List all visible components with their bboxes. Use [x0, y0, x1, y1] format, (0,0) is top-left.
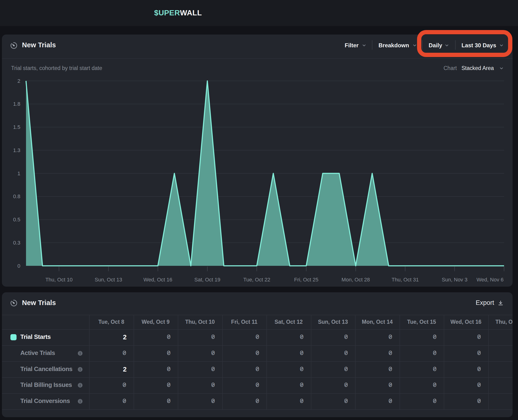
svg-text:Sat, Oct 19: Sat, Oct 19	[194, 277, 220, 283]
svg-text:Thu, Oct 10: Thu, Oct 10	[45, 277, 73, 283]
svg-text:Sun, Nov 3: Sun, Nov 3	[442, 277, 467, 283]
svg-text:Thu, Oct 31: Thu, Oct 31	[392, 277, 419, 283]
svg-text:Wed, Nov 6: Wed, Nov 6	[476, 277, 503, 283]
svg-text:1.3: 1.3	[13, 147, 20, 153]
svg-text:0.3: 0.3	[13, 240, 20, 246]
svg-text:0.5: 0.5	[13, 217, 20, 223]
svg-text:1.8: 1.8	[13, 101, 20, 107]
svg-text:Fri, Oct 25: Fri, Oct 25	[294, 277, 318, 283]
svg-text:Wed, Oct 16: Wed, Oct 16	[143, 277, 172, 283]
svg-text:Tue, Oct 22: Tue, Oct 22	[243, 277, 270, 283]
svg-text:Sun, Oct 13: Sun, Oct 13	[95, 277, 122, 283]
svg-text:1.5: 1.5	[13, 124, 20, 130]
svg-text:0.8: 0.8	[13, 194, 20, 199]
svg-text:2: 2	[17, 78, 20, 84]
svg-text:Mon, Oct 28: Mon, Oct 28	[342, 277, 370, 283]
svg-text:1: 1	[17, 171, 20, 176]
svg-text:0: 0	[17, 263, 20, 269]
